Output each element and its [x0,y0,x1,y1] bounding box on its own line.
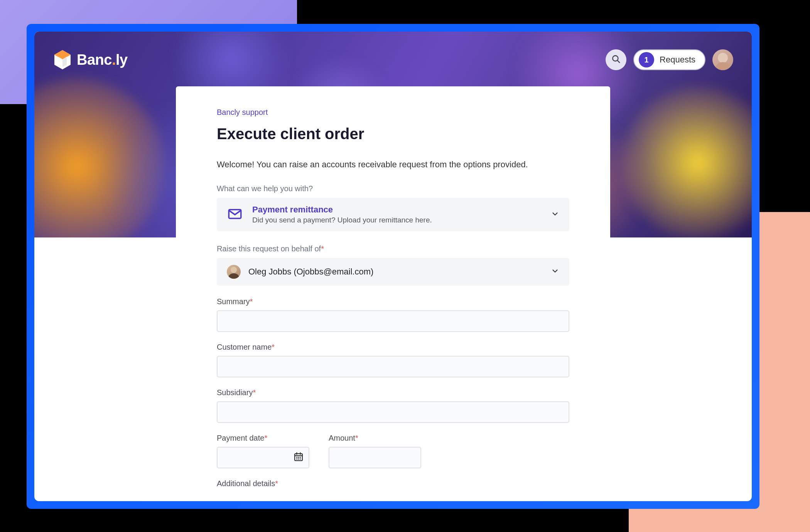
request-type-subtitle: Did you send a payment? Upload your remi… [252,216,432,224]
breadcrumb-link[interactable]: Bancly support [217,108,268,117]
amount-input[interactable] [329,447,421,468]
welcome-text: Welcome! You can raise an accounts recei… [217,160,569,170]
payment-date-input[interactable] [217,447,309,468]
page-title: Execute client order [217,125,569,143]
brand-logo-mark-icon [53,49,72,70]
request-type-selector[interactable]: Payment remittance Did you send a paymen… [217,198,569,231]
requests-count-badge: 1 [639,52,654,67]
summary-input[interactable] [217,310,569,332]
app-window: Banc.ly 1 Requests [34,32,752,501]
on-behalf-label: Raise this request on behalf of* [217,244,569,253]
subsidiary-label: Subsidiary* [217,388,569,397]
request-type-title: Payment remittance [252,205,432,215]
summary-label: Summary* [217,297,569,306]
requester-avatar [227,265,241,279]
requests-label: Requests [660,55,695,65]
requester-name: Oleg Jobbs (Ojobbs@email.com) [248,267,373,277]
search-button[interactable] [606,49,626,70]
payment-date-label: Payment date* [217,434,309,443]
mail-icon [227,206,243,224]
customer-name-input[interactable] [217,356,569,377]
subsidiary-input[interactable] [217,401,569,423]
customer-name-label: Customer name* [217,343,569,352]
search-icon [611,54,621,66]
form-card: Bancly support Execute client order Welc… [176,86,610,501]
requests-button[interactable]: 1 Requests [633,49,705,70]
requester-selector[interactable]: Oleg Jobbs (Ojobbs@email.com) [217,258,569,286]
brand-logo[interactable]: Banc.ly [53,49,128,70]
svg-line-2 [618,60,620,62]
amount-label: Amount* [329,434,421,443]
app-frame: Banc.ly 1 Requests [27,24,759,509]
brand-logo-text: Banc.ly [77,52,128,68]
header-bar: Banc.ly 1 Requests [34,32,752,88]
chevron-down-icon [551,210,559,220]
profile-avatar[interactable] [712,49,733,70]
additional-details-label: Additional details* [217,479,569,488]
help-with-label: What can we help you with? [217,184,569,193]
chevron-down-icon [551,267,559,277]
